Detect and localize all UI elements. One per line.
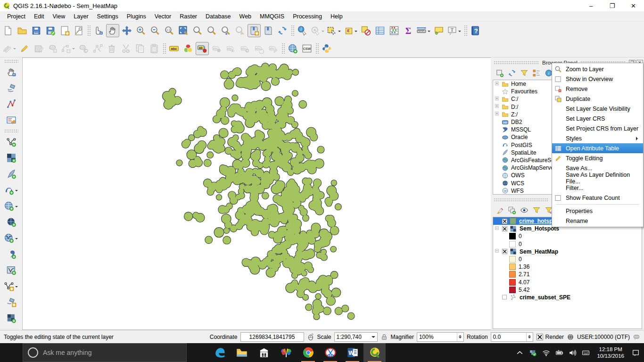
pan-map-button[interactable] (106, 24, 119, 37)
layer-class-item[interactable]: 4.07 (493, 279, 642, 286)
magnifier-spinbox[interactable]: 100% (417, 332, 464, 342)
rotation-spinbox[interactable]: 0.0 (491, 332, 533, 342)
layer-visibility-checkbox[interactable] (502, 218, 508, 224)
add-wcs-layer-button[interactable] (5, 215, 18, 229)
menu-item-mmqgis[interactable]: MMQGIS (256, 12, 289, 21)
tray-battery[interactable] (553, 346, 566, 359)
context-menu-item-set-layer-crs[interactable]: Set Layer CRS (552, 114, 643, 123)
menu-item-processing[interactable]: Processing (289, 12, 326, 21)
statistics-summary-button[interactable] (388, 24, 401, 37)
topology-checker-button[interactable] (5, 98, 18, 111)
menu-item-web[interactable]: Web (235, 12, 256, 21)
dropdown-arrow-icon[interactable] (322, 31, 324, 33)
add-group-button[interactable] (506, 205, 518, 216)
taskbar-app-chrome[interactable] (297, 343, 319, 362)
refresh-map-button[interactable] (276, 24, 289, 37)
menu-item-plugins[interactable]: Plugins (123, 12, 150, 21)
context-menu-item-set-project-crs-from-layer[interactable]: Set Project CRS from Layer (552, 123, 643, 133)
layer-class-item[interactable]: 0 (493, 240, 642, 248)
open-project-button[interactable] (16, 24, 29, 37)
layer-visibility-checkbox[interactable] (502, 248, 508, 255)
layer-visibility-checkbox[interactable] (502, 294, 508, 300)
messages-icon[interactable] (633, 333, 640, 341)
zoom-in-button[interactable] (134, 24, 148, 37)
add-selected-layers-button[interactable] (494, 67, 505, 79)
menu-item-project[interactable]: Project (3, 12, 30, 21)
layer-class-item[interactable]: 5.42 (493, 286, 642, 294)
layer-item-crime_subset_spe[interactable]: crime_subset_SPE (493, 294, 642, 301)
gps-information-button[interactable] (5, 82, 18, 95)
zoom-to-layer-button[interactable] (205, 24, 218, 37)
crs-status[interactable]: USER:100000 (OTF) (577, 334, 630, 340)
menu-item-view[interactable]: View (48, 12, 69, 21)
pin-labels-button[interactable]: ab (196, 42, 209, 55)
close-button[interactable]: ✕ (623, 0, 644, 11)
minimize-button[interactable]: – (580, 0, 602, 11)
add-web-service-button[interactable] (286, 42, 299, 55)
context-menu-item-properties[interactable]: Properties (552, 206, 643, 216)
layer-class-item[interactable]: 1.36 (493, 263, 642, 271)
toggle-editing-button[interactable] (18, 42, 31, 55)
coordinate-input[interactable]: 1269834,1841795 (240, 332, 304, 342)
tray-volume[interactable] (566, 346, 579, 359)
map-canvas[interactable] (22, 58, 491, 330)
collapse-all-button[interactable] (531, 67, 542, 79)
menu-item-database[interactable]: Database (201, 12, 235, 21)
context-menu-item-rename[interactable]: Rename (552, 216, 643, 226)
context-menu-item-styles[interactable]: Styles (552, 133, 643, 143)
add-postgis-layer-button[interactable] (3, 183, 19, 197)
cortana-search-box[interactable]: Ask me anything (23, 343, 187, 362)
context-menu-item-remove[interactable]: Remove (552, 84, 643, 94)
context-menu-item-open-attribute-table[interactable]: Open Attribute Table (552, 143, 643, 153)
dropdown-arrow-icon[interactable] (458, 31, 461, 33)
dropdown-arrow-icon[interactable] (355, 31, 357, 33)
context-menu-item-toggle-editing[interactable]: Toggle Editing (552, 153, 643, 163)
add-vector-layer-button[interactable] (5, 135, 18, 148)
select-by-expression-button[interactable]: ε (343, 24, 358, 37)
new-bookmark-button[interactable] (248, 24, 261, 37)
layer-labeling-button[interactable]: abc (167, 42, 181, 55)
menu-item-edit[interactable]: Edit (30, 12, 49, 21)
new-shapefile-layer-button[interactable] (3, 280, 19, 293)
add-spatialite-layer-button[interactable] (5, 167, 18, 181)
taskbar-app-snipping-tool[interactable] (319, 343, 341, 362)
restore-button[interactable]: ❐ (602, 0, 623, 11)
add-wfs-layer-button[interactable] (3, 231, 19, 245)
layer-item-sem_heatmap[interactable]: Sem_HeatMap (493, 248, 642, 255)
open-attribute-table-button[interactable] (373, 24, 387, 37)
filter-legend-button[interactable] (531, 205, 542, 216)
manage-visibility-button[interactable] (519, 205, 530, 216)
scale-lock-icon[interactable] (380, 333, 388, 341)
scale-combobox[interactable]: 1:290,740 (334, 332, 378, 342)
context-menu-item-show-feature-count[interactable]: Show Feature Count (552, 193, 643, 203)
add-raster-layer-button[interactable] (5, 151, 18, 165)
show-statistical-summary-button[interactable]: Σ (402, 24, 415, 37)
context-menu-item-zoom-to-layer[interactable]: Zoom to Layer (552, 64, 643, 74)
start-button[interactable] (0, 343, 23, 362)
layer-visibility-checkbox[interactable] (502, 226, 508, 232)
panel-drag-handle[interactable] (494, 61, 539, 65)
menu-item-settings[interactable]: Settings (93, 12, 123, 21)
context-menu-item-save-as-layer-definition-file-[interactable]: Save As Layer Definition File... (552, 173, 643, 183)
context-menu-item-set-layer-scale-visibility[interactable]: Set Layer Scale Visibility (552, 104, 643, 114)
add-oracle-layer-button[interactable] (5, 247, 18, 261)
layer-class-item[interactable]: 2.71 (493, 271, 642, 278)
context-menu-item-duplicate[interactable]: Duplicate (552, 94, 643, 104)
deselect-all-button[interactable] (359, 24, 372, 37)
touch-zoom-button[interactable] (92, 24, 105, 37)
task-view-button[interactable] (187, 343, 208, 362)
save-project-button[interactable] (30, 24, 43, 37)
tray-wifi[interactable] (539, 346, 553, 359)
python-console-button[interactable] (320, 42, 333, 55)
add-wms-layer-button[interactable] (3, 199, 19, 213)
measure-line-button[interactable] (416, 24, 431, 37)
dropdown-arrow-icon[interactable] (72, 48, 75, 51)
context-menu-item-show-in-overview[interactable]: Show in Overview (552, 74, 643, 84)
mouse-position-icon[interactable] (307, 333, 314, 341)
identify-features-button[interactable]: i (296, 24, 309, 37)
evis-event-browser-button[interactable] (5, 114, 18, 127)
pan-to-selection-button[interactable] (120, 24, 133, 37)
filter-browser-button[interactable] (519, 67, 530, 79)
csw-catalog-button[interactable]: CSW (300, 42, 314, 55)
dropdown-arrow-icon[interactable] (15, 206, 18, 209)
